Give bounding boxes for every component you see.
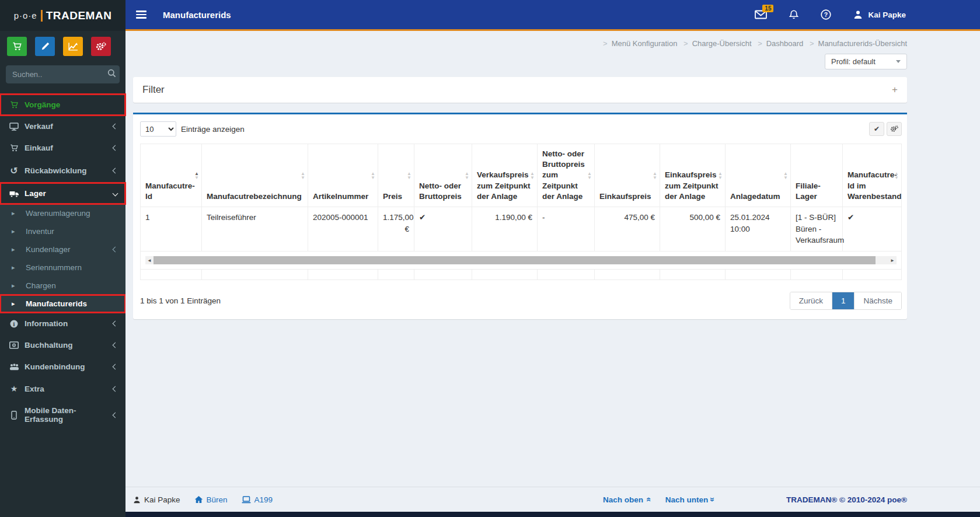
- pagination-next-button[interactable]: Nächste: [854, 292, 901, 309]
- sort-desc-icon: ▼: [194, 176, 199, 180]
- column-header-netto-brutto-zum-zeitpunkt[interactable]: ▲▼ Netto- oder Bruttopreis zum Zeitpunkt…: [538, 144, 595, 207]
- sidebar-subitem-inventur[interactable]: ▸ Inventur: [0, 222, 125, 240]
- sidebar-subitem-label: Inventur: [26, 227, 54, 236]
- undo-icon: ↺: [8, 165, 20, 176]
- content-area: Menü Konfiguration Charge-Übersicht Dash…: [125, 31, 980, 487]
- caret-right-icon: ▸: [12, 282, 20, 289]
- sidebar-item-information[interactable]: i Information: [0, 313, 125, 334]
- sort-icons: ▲▼: [718, 172, 723, 180]
- column-header-preis[interactable]: ▲▼ Preis: [378, 144, 414, 207]
- sidebar-subitem-manufacturerids[interactable]: ▸ Manufacturerids: [0, 295, 125, 313]
- table-settings-button[interactable]: [887, 122, 902, 136]
- breadcrumb-item[interactable]: Menü Konfiguration: [599, 39, 677, 48]
- sidebar-subitem-chargen[interactable]: ▸ Chargen: [0, 277, 125, 295]
- user-icon: [853, 10, 863, 19]
- profile-select[interactable]: Profil: default: [825, 54, 907, 69]
- scroll-to-top-link[interactable]: Nach oben »: [603, 495, 650, 504]
- sidebar-item-kundenbindung[interactable]: Kundenbindung: [0, 356, 125, 378]
- sidebar-item-rueckabwicklung[interactable]: ↺ Rückabwicklung: [0, 159, 125, 183]
- sidebar-toggle-button[interactable]: [136, 11, 147, 18]
- sidebar-subitem-seriennummern[interactable]: ▸ Seriennummern: [0, 258, 125, 277]
- svg-text:i: i: [13, 320, 15, 327]
- profile-select-value: Profil: default: [831, 57, 876, 66]
- quick-edit-button[interactable]: [35, 37, 55, 56]
- column-header-einkaufspreis[interactable]: ▲▼ Einkaufspreis: [595, 144, 660, 207]
- sidebar-subitem-kundenlager[interactable]: ▸ Kundenlager: [0, 240, 125, 258]
- sidebar-item-mobile-daten-erfassung[interactable]: Mobile Daten-Erfassung: [0, 400, 125, 430]
- sidebar-item-extra[interactable]: ★ Extra: [0, 378, 125, 400]
- column-header-manufacutrebezeichnung[interactable]: ▲▼ Manufacutrebezeichnung: [202, 144, 308, 207]
- question-circle-icon: ?: [821, 9, 831, 20]
- sidebar-item-einkauf[interactable]: Einkauf: [0, 137, 125, 159]
- cell-verkaufspreis-anlage: 1.190,00 €: [472, 207, 538, 251]
- column-header-einkaufspreis-zum-zeitpunkt[interactable]: ▲▼ Einkaufspreis zum Zeitpunkt der Anlag…: [660, 144, 726, 207]
- footer-location-link[interactable]: Büren: [194, 495, 228, 504]
- footer-user: Kai Papke: [133, 495, 180, 504]
- footer-device-link[interactable]: A199: [242, 495, 273, 504]
- info-icon: i: [8, 320, 20, 328]
- scroll-right-arrow-icon[interactable]: ►: [888, 258, 897, 263]
- help-button[interactable]: ?: [821, 9, 831, 20]
- breadcrumb-item[interactable]: Manufacturerids-Übersicht: [805, 39, 907, 48]
- chevron-left-icon: [113, 321, 118, 327]
- search-submit-button[interactable]: [107, 69, 116, 78]
- lager-submenu: ▸ Warenumlagerung ▸ Inventur ▸ Kundenlag…: [0, 204, 125, 313]
- sidebar-subitem-label: Kundenlager: [26, 245, 113, 254]
- column-header-netto-oder-bruttopreis[interactable]: ▲▼ Netto- oder Bruttopreis: [414, 144, 472, 207]
- messages-button[interactable]: 15: [755, 10, 767, 19]
- cell-bezeichnung: Teilreiseführer: [202, 207, 308, 251]
- filter-expand-button[interactable]: +: [892, 84, 898, 96]
- pagination-page-1-button[interactable]: 1: [832, 292, 855, 309]
- quick-chart-button[interactable]: [63, 37, 83, 56]
- sidebar-search: [6, 65, 120, 83]
- sidebar-item-buchhaltung[interactable]: Buchhaltung: [0, 334, 125, 356]
- sort-desc-icon: ▼: [718, 176, 723, 180]
- sort-desc-icon: ▼: [371, 176, 375, 180]
- breadcrumb-item[interactable]: Charge-Übersicht: [679, 39, 751, 48]
- column-header-manufacutre-id[interactable]: ▲▼ Manufacutre-Id: [141, 144, 202, 207]
- sidebar-item-lager[interactable]: Lager: [0, 183, 125, 204]
- users-icon: [8, 363, 20, 371]
- chevron-left-icon: [113, 168, 118, 174]
- chart-line-icon: [68, 42, 78, 51]
- breadcrumb-item[interactable]: Dashboard: [754, 39, 803, 48]
- user-menu-button[interactable]: Kai Papke: [853, 10, 906, 19]
- column-header-manufacutre-id-im-warenbestand[interactable]: ▲▼ Manufacutre-Id im Warenbestand: [843, 144, 902, 207]
- table-row[interactable]: 1 Teilreiseführer 202005-000001 1.175,00…: [141, 207, 902, 251]
- filter-panel-title: Filter: [142, 84, 165, 96]
- sidebar-item-label: Einkauf: [25, 144, 113, 152]
- filter-panel: Filter +: [133, 77, 907, 103]
- sidebar: p·o·e TRADEMAN: [0, 0, 125, 517]
- sort-icons: ▲▼: [530, 172, 535, 180]
- sidebar-item-label: Mobile Daten-Erfassung: [25, 406, 113, 424]
- sidebar-item-verkauf[interactable]: Verkauf: [0, 116, 125, 137]
- mobile-icon: [8, 411, 20, 420]
- quick-cart-button[interactable]: [7, 37, 27, 56]
- select-all-button[interactable]: ✔: [869, 122, 884, 136]
- cell-preis: 1.175,00 €: [378, 207, 414, 251]
- pagination-prev-button[interactable]: Zurück: [790, 292, 832, 309]
- horizontal-scrollbar[interactable]: ◄ ►: [145, 256, 897, 264]
- sidebar-subitem-warenumlagerung[interactable]: ▸ Warenumlagerung: [0, 204, 125, 222]
- sidebar-subitem-label: Warenumlagerung: [26, 209, 90, 218]
- table-toolbar: ✔: [869, 122, 902, 136]
- column-header-anlagedatum[interactable]: ▲▼ Anlagedatum: [726, 144, 791, 207]
- column-header-verkaufspreis-zum-zeitpunkt[interactable]: ▲▼ Verkaufspreis zum Zeitpunkt der Anlag…: [472, 144, 538, 207]
- sort-icons: ▲▼: [894, 172, 899, 180]
- caret-down-icon: [896, 60, 901, 63]
- sort-desc-icon: ▼: [653, 176, 657, 180]
- scroll-left-arrow-icon[interactable]: ◄: [145, 258, 154, 263]
- column-header-filiale-lager[interactable]: Filiale-Lager: [791, 144, 843, 207]
- notifications-button[interactable]: [789, 10, 798, 20]
- sidebar-item-label: Verkauf: [25, 122, 113, 131]
- scrollbar-thumb[interactable]: [154, 256, 876, 264]
- search-input[interactable]: [6, 65, 120, 83]
- quick-settings-button[interactable]: [91, 37, 111, 56]
- logo-divider: [41, 10, 43, 22]
- sort-icons: ▲▼: [783, 172, 788, 180]
- scroll-to-bottom-link[interactable]: Nach unten »: [665, 495, 715, 504]
- column-header-artikelnummer[interactable]: ▲▼ Artikelnummer: [308, 144, 378, 207]
- page-length-select[interactable]: 10: [140, 121, 176, 137]
- chevron-down-icon: [113, 191, 118, 197]
- sidebar-item-vorgaenge[interactable]: Vorgänge: [0, 94, 125, 116]
